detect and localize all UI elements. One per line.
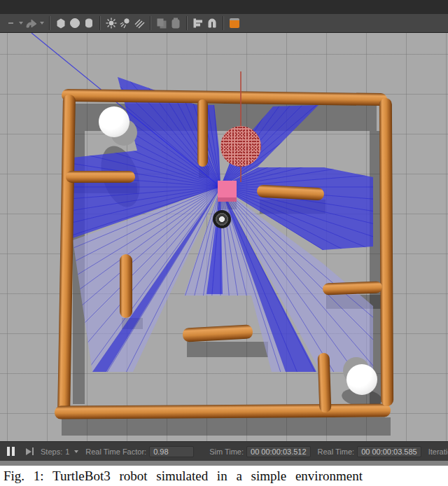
toolbar-separator [223,16,224,30]
snap-icon[interactable] [205,15,219,31]
toolbar-separator [150,16,151,30]
gazebo-window: Steps: 1 Real Time Factor: 0.98 Sim Time… [0,0,448,486]
real-time-value: 00 00:00:03.585 [357,446,421,457]
toolbar-separator [49,16,50,30]
figure-caption: Fig. 1: TurtleBot3 robot simulated in a … [0,468,448,484]
gazebo-toolbar [0,14,448,33]
goal-region-marker[interactable] [220,126,261,167]
steps-label: Steps: [41,447,62,456]
real-time-label: Real Time: [318,447,355,456]
wall-outer-bottom[interactable] [55,403,391,419]
wall-inner-lower-right[interactable] [323,282,383,296]
window-bottom-strip [0,461,448,466]
window-top-strip [0,0,448,14]
simulation-statusbar: Steps: 1 Real Time Factor: 0.98 Sim Time… [0,441,448,461]
cylinder-icon[interactable] [82,15,96,31]
undo-icon[interactable] [4,15,18,31]
sim-time-label: Sim Time: [209,447,244,456]
steps-dropdown-icon[interactable] [74,450,78,453]
white-sphere-marker[interactable] [346,364,377,395]
pause-button[interactable] [7,447,15,456]
pink-cube[interactable] [218,181,237,202]
wall-inner-left-stub[interactable] [66,171,135,183]
step-button[interactable] [26,447,34,455]
iterations-label: Iterations: [428,447,448,456]
wall-inner-right-post[interactable] [318,353,332,413]
sphere-icon[interactable] [68,15,82,31]
building-editor-icon[interactable] [227,15,241,31]
directional-light-icon[interactable] [132,15,146,31]
copy-icon[interactable] [155,15,169,31]
redo-icon[interactable] [24,15,38,31]
wall-inner-top-post[interactable] [197,99,208,167]
point-light-icon[interactable] [104,15,118,31]
wall-inner-mid-left-post[interactable] [120,254,132,318]
sim-time-value: 00 00:00:03.512 [246,446,311,457]
rtf-label: Real Time Factor: [85,447,146,456]
turtlebot3-robot[interactable] [213,210,231,228]
rtf-value: 0.98 [149,446,194,457]
steps-value: 1 [65,447,69,456]
box-icon[interactable] [54,15,68,31]
toolbar-separator [99,16,101,30]
white-sphere-marker[interactable] [99,106,130,137]
align-icon[interactable] [191,15,205,31]
spot-light-icon[interactable] [118,15,132,31]
wall-outer-right[interactable] [379,98,393,406]
simulation-viewport[interactable] [0,33,448,441]
toolbar-separator [186,16,188,30]
redo-dropdown-icon[interactable] [40,22,44,25]
paste-icon[interactable] [169,15,183,31]
undo-dropdown-icon[interactable] [19,22,23,25]
